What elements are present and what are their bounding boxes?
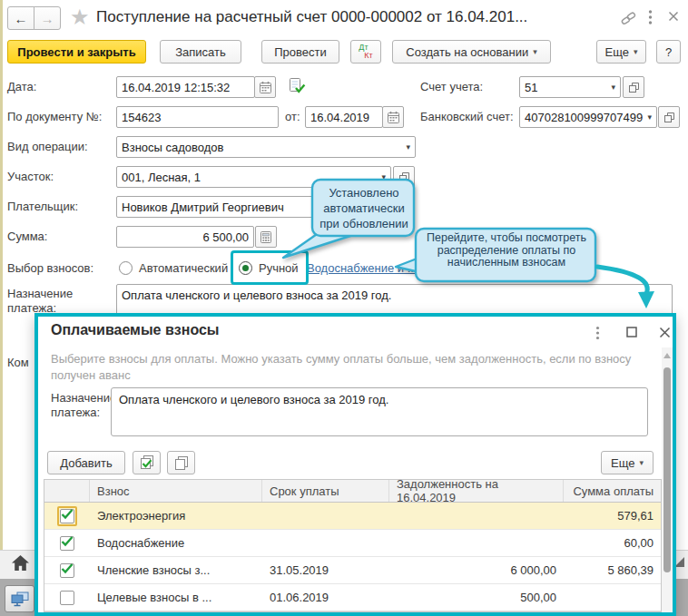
amount-input[interactable]: 6 500,00 [116, 226, 254, 248]
post-and-close-button[interactable]: Провести и закрыть [7, 40, 146, 64]
taskbar-app-button[interactable] [5, 585, 34, 612]
fee-cell[interactable]: Водоснабжение [90, 530, 262, 556]
calendar-icon [387, 111, 400, 124]
debt-cell[interactable]: 500,00 [389, 584, 564, 611]
chevron-down-icon: ▾ [634, 47, 638, 56]
favorite-star-icon[interactable]: ★ [70, 5, 90, 30]
amount-label: Сумма: [7, 230, 47, 243]
fee-choice-label: Выбор взносов: [7, 261, 93, 275]
account-label: Счет учета: [420, 80, 483, 93]
fee-cell[interactable]: Целевые взносы в ... [90, 584, 262, 611]
chevron-down-icon[interactable]: ▾ [406, 142, 410, 152]
due-cell[interactable]: 01.06.2019 [262, 584, 389, 611]
radio-automatic[interactable] [119, 261, 133, 275]
callout-1-text: Установлено автоматически при обновлении [314, 185, 414, 231]
check-all-icon [139, 455, 155, 471]
open-icon [628, 82, 640, 93]
chevron-down-icon[interactable]: ▾ [611, 83, 615, 92]
help-button[interactable]: ? [656, 40, 681, 64]
chevron-down-icon: ▾ [639, 458, 644, 467]
clear-all-flags-button[interactable] [167, 451, 195, 474]
back-button[interactable]: ← [7, 6, 34, 30]
fee-cell[interactable]: Электроэнергия [90, 503, 262, 529]
date-input[interactable]: 16.04.2019 12:15:32 [116, 76, 255, 98]
amount-cell[interactable]: 5 860,39 [564, 557, 661, 583]
dialog-scrollbar-thumb[interactable] [663, 367, 671, 572]
forward-button[interactable]: → [34, 6, 61, 30]
row-checkbox[interactable] [60, 509, 74, 523]
create-based-on-button[interactable]: Создать на основании ▾ [392, 40, 551, 64]
date-label: Дата: [7, 80, 36, 93]
posted-document-icon [288, 77, 306, 95]
table-row[interactable]: Целевые взносы в ... 01.06.2019 500,00 [44, 584, 661, 611]
due-cell[interactable] [262, 530, 389, 556]
more-button[interactable]: Еще ▾ [596, 40, 646, 64]
dialog-kebab-menu-icon[interactable] [595, 326, 600, 340]
purpose-label: Назначение платежа: [7, 287, 89, 316]
debt-cell[interactable]: 6 000,00 [389, 557, 564, 583]
callout-arrow [583, 238, 683, 314]
back-arrow-icon: ← [15, 11, 28, 26]
amount-column-header[interactable]: Сумма оплаты [564, 480, 661, 502]
link-icon[interactable] [621, 11, 636, 25]
callout-2-text: Перейдите, чтобы посмотреть распределени… [421, 232, 592, 269]
doc-date-input[interactable]: 16.04.2019 [305, 106, 383, 128]
doc-date-calendar-button[interactable] [382, 106, 404, 128]
amount-cell[interactable]: 60,00 [564, 530, 661, 556]
row-checkbox[interactable] [60, 536, 74, 551]
operation-label: Вид операции: [7, 140, 88, 153]
bank-account-open-button[interactable] [658, 106, 680, 128]
add-button[interactable]: Добавить [47, 451, 125, 474]
operation-combo[interactable]: Взносы садоводов ▾ [116, 136, 416, 158]
table-row[interactable]: Электроэнергия 579,61 [44, 503, 661, 530]
window-edge-stripe [0, 0, 3, 550]
dialog-hint: Выберите взносы для оплаты. Можно указат… [51, 351, 641, 384]
forward-arrow-icon: → [41, 11, 54, 26]
table-row[interactable]: Членские взносы з... 31.05.2019 6 000,00… [44, 557, 661, 584]
chevron-down-icon: ▾ [533, 47, 537, 56]
open-icon [663, 112, 675, 123]
fee-column-header[interactable]: Взнос [90, 480, 262, 502]
dialog-purpose-textarea[interactable]: Оплата членского и целевого взноса за 20… [111, 387, 648, 436]
dialog-more-button[interactable]: Еще ▾ [601, 451, 654, 474]
doc-no-input[interactable]: 154623 [116, 106, 279, 128]
table-row[interactable]: Водоснабжение 60,00 [44, 530, 661, 557]
account-open-button[interactable] [623, 76, 644, 98]
date-calendar-button[interactable] [254, 76, 276, 98]
window-close-icon[interactable] [668, 11, 679, 22]
kebab-menu-icon[interactable] [648, 9, 653, 25]
chevron-down-icon[interactable]: ▾ [647, 112, 652, 122]
doc-no-label: По документу №: [7, 110, 102, 123]
save-button[interactable]: Записать [160, 40, 241, 64]
doc-date-label: от: [285, 110, 300, 123]
debt-cell[interactable] [389, 503, 564, 529]
row-checkbox[interactable] [60, 563, 74, 578]
fee-cell[interactable]: Членские взносы з... [90, 557, 262, 583]
dialog-maximize-icon[interactable] [626, 327, 637, 337]
home-icon[interactable] [11, 554, 30, 572]
due-cell[interactable]: 31.05.2019 [262, 557, 389, 583]
debt-column-header[interactable]: Задолженность на 16.04.2019 [389, 480, 564, 502]
scrollbar-up-arrow-icon[interactable] [663, 353, 671, 358]
amount-cell[interactable] [564, 584, 661, 611]
radio-automatic-label[interactable]: Автоматический [139, 261, 228, 275]
dtkt-icon: Дт Кт [359, 44, 372, 60]
amount-cell[interactable]: 579,61 [564, 503, 661, 529]
bank-account-combo[interactable]: 407028100999707499 ▾ [519, 106, 657, 128]
post-button[interactable]: Провести [261, 40, 339, 64]
dtkt-button[interactable]: Дт Кт [350, 40, 381, 64]
paid-fees-dialog: Оплачиваемые взносы Выберите взносы для … [34, 313, 676, 616]
due-column-header[interactable]: Срок уплаты [262, 480, 389, 502]
set-all-flags-button[interactable] [133, 451, 161, 474]
due-cell[interactable] [262, 503, 389, 529]
window-title: Поступление на расчетный счет 0000-00000… [96, 8, 527, 26]
debt-cell[interactable] [389, 530, 564, 556]
copy-stack-icon [173, 455, 189, 471]
checkbox-column-header[interactable] [44, 480, 90, 502]
dialog-close-icon[interactable] [659, 327, 671, 338]
calendar-icon [259, 81, 272, 94]
row-checkbox[interactable] [60, 591, 74, 605]
table-header: Взнос Срок уплаты Задолженность на 16.04… [44, 480, 661, 503]
monitors-icon [10, 590, 30, 608]
account-combo[interactable]: 51 ▾ [519, 76, 621, 98]
